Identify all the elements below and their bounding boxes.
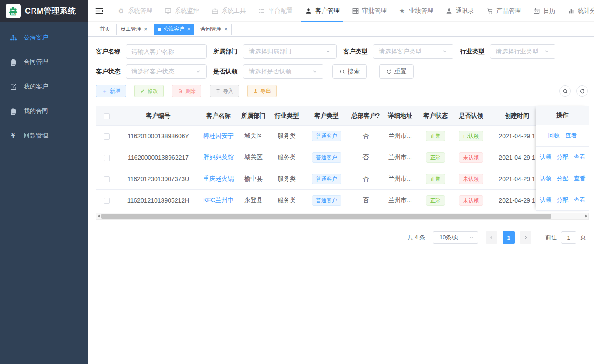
select-placeholder: 请选择是否认领 (249, 68, 292, 76)
documents-icon (9, 58, 17, 66)
nav-item-system-management[interactable]: ⚙ 系统管理 (117, 0, 152, 22)
nav-item-product-management[interactable]: 产品管理 (486, 0, 521, 22)
nav-item-statistics[interactable]: 统计分析 (567, 0, 594, 22)
claim-link[interactable]: 认领 (540, 196, 551, 204)
col-claim: 是否认领 (453, 106, 489, 126)
assign-link[interactable]: 分配 (557, 153, 568, 161)
customer-type-select[interactable]: 请选择客户类型 (373, 44, 453, 59)
close-icon[interactable]: × (187, 26, 191, 32)
prev-page-button[interactable] (486, 231, 497, 244)
page-size-select[interactable]: 10条/页 (433, 231, 478, 244)
import-button-label: 导入 (223, 88, 233, 95)
search-button[interactable]: 搜索 (332, 64, 367, 79)
assign-link[interactable]: 分配 (557, 196, 568, 204)
sidebar-item-contract-management[interactable]: 合同管理 (0, 50, 88, 74)
claim-status-select[interactable]: 请选择是否认领 (243, 64, 323, 79)
nav-item-contacts[interactable]: 通讯录 (445, 0, 474, 22)
delete-button[interactable]: 删除 (172, 85, 201, 97)
tab-home[interactable]: 首页 (96, 24, 114, 35)
row-checkbox[interactable] (104, 133, 110, 140)
col-customer-type: 客户类型 (305, 106, 348, 126)
select-all-checkbox[interactable] (104, 113, 110, 119)
filter-label: 客户名称 (96, 48, 120, 56)
scroll-right-arrow-icon[interactable] (583, 213, 588, 219)
customer-type-tag: 普通客户 (312, 152, 341, 163)
nav-item-customer-management[interactable]: 客户管理 (305, 0, 340, 22)
sidebar-item-my-customers[interactable]: 我的客户 (0, 74, 88, 99)
customer-name-link[interactable]: 重庆老火锅 (203, 175, 234, 182)
reset-button[interactable]: 重置 (379, 64, 414, 79)
cell-address: 兰州市... (383, 126, 418, 147)
refresh-table-button[interactable] (576, 85, 588, 97)
filter-department: 所属部门 请选择归属部门 (213, 44, 337, 59)
view-link[interactable]: 查看 (574, 153, 585, 161)
row-checkbox[interactable] (104, 176, 110, 182)
current-page-button[interactable]: 1 (503, 231, 515, 244)
department-select[interactable]: 请选择归属部门 (243, 44, 337, 59)
chevron-down-icon (195, 69, 201, 74)
tab-public-customers[interactable]: 公海客户 × (154, 24, 195, 35)
scroll-left-arrow-icon[interactable] (96, 213, 101, 219)
close-icon[interactable]: × (224, 26, 228, 32)
edit-button-label: 修改 (148, 88, 158, 95)
row-actions: 认领 分配 查看 (536, 147, 589, 168)
download-icon (253, 88, 258, 94)
sidebar-item-public-customers[interactable]: 公海客户 (0, 25, 88, 50)
recycle-link[interactable]: 回收 (548, 132, 560, 140)
nav-item-system-monitor[interactable]: 系统监控 (164, 0, 199, 22)
row-checkbox[interactable] (104, 198, 110, 204)
industry-type-select[interactable]: 请选择行业类型 (490, 44, 555, 59)
nav-item-approval-management[interactable]: 审批管理 (351, 0, 387, 22)
customer-name-link[interactable]: 碧桂园安宁 (203, 132, 234, 139)
sidebar-item-my-contracts[interactable]: 我的合同 (0, 99, 88, 123)
view-link[interactable]: 查看 (566, 132, 577, 140)
claim-tag: 未认领 (459, 152, 483, 163)
cell-hq: 否 (348, 190, 383, 211)
import-button[interactable]: 导入 (210, 85, 239, 97)
nav-item-label: 系统监控 (175, 7, 199, 15)
sidebar-fold-icon[interactable] (95, 6, 104, 16)
sidebar-item-label: 我的合同 (24, 107, 48, 115)
nav-item-calendar[interactable]: 日历 (533, 0, 555, 22)
nav-item-system-tools[interactable]: 系统工具 (211, 0, 246, 22)
row-checkbox[interactable] (104, 155, 110, 161)
show-search-button[interactable] (559, 85, 571, 97)
scrollbar-thumb[interactable] (101, 214, 551, 219)
tab-contract-management[interactable]: 合同管理 × (197, 24, 232, 35)
nav-item-label: 平台配置 (268, 7, 293, 15)
filter-label: 行业类型 (460, 48, 485, 56)
close-icon[interactable]: × (144, 26, 148, 32)
claim-link[interactable]: 认领 (540, 175, 551, 182)
sidebar-item-payment-management[interactable]: ¥ 回款管理 (0, 123, 88, 148)
chevron-right-icon (523, 235, 528, 240)
add-button[interactable]: ＋ 新增 (96, 85, 126, 97)
nav-item-platform-config[interactable]: 平台配置 (258, 0, 293, 22)
horizontal-scrollbar[interactable] (96, 213, 589, 220)
status-tag: 正常 (426, 195, 445, 206)
refresh-icon (386, 69, 392, 75)
next-page-button[interactable] (520, 231, 531, 244)
claim-link[interactable]: 认领 (540, 153, 551, 161)
goto-page-input[interactable] (561, 231, 576, 244)
edit-button[interactable]: 修改 (134, 85, 164, 97)
app-title: CRM管理系统 (25, 6, 76, 16)
export-button[interactable]: 导出 (247, 85, 277, 97)
cell-industry: 服务类 (269, 168, 305, 190)
customer-status-select[interactable]: 请选择客户状态 (126, 64, 207, 79)
cart-icon (486, 7, 493, 14)
assign-link[interactable]: 分配 (557, 175, 568, 182)
col-operation: 操作 (536, 106, 589, 125)
select-placeholder: 请选择行业类型 (496, 48, 538, 56)
nav-item-performance-management[interactable]: ★ 业绩管理 (398, 0, 433, 22)
bar-chart-icon (567, 7, 575, 14)
customer-name-link[interactable]: 胖妈妈菜馆 (203, 154, 234, 161)
tab-employee-management[interactable]: 员工管理 × (116, 24, 151, 35)
customer-name-link[interactable]: KFC兰州中 (203, 196, 234, 203)
status-tag: 正常 (426, 174, 445, 184)
view-link[interactable]: 查看 (574, 175, 585, 182)
nav-item-label: 系统管理 (128, 7, 152, 15)
view-link[interactable]: 查看 (574, 196, 585, 204)
cell-hq: 否 (348, 126, 383, 147)
customer-name-input[interactable] (126, 44, 207, 59)
claim-tag: 未认领 (459, 195, 483, 206)
